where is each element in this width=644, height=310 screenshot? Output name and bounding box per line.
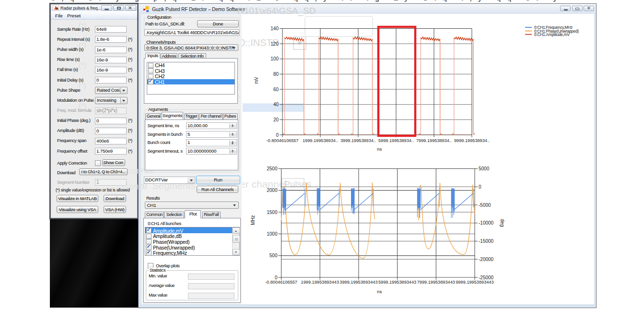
svg-text:-15000: -15000 [479,238,494,244]
svg-text:1999.19953893443: 1999.19953893443 [301,280,339,285]
svg-text:-0.80046106557: -0.80046106557 [267,138,299,143]
svg-text:ns: ns [377,146,382,152]
svg-text:0: 0 [479,184,481,190]
svg-text:9999.19953893443: 9999.19953893443 [456,280,493,285]
svg-text:0:CH1:Amplitude,mV: 0:CH1:Amplitude,mV [534,32,570,37]
svg-text:-0.80046106557: -0.80046106557 [265,280,297,285]
svg-text:3999.199538934..: 3999.199538934.. [340,138,376,143]
svg-text:500: 500 [269,253,278,258]
svg-text:0: 0 [276,132,279,138]
svg-text:5999.199538934..: 5999.199538934.. [378,138,414,143]
svg-text:-10000: -10000 [479,220,494,226]
svg-text:60: 60 [273,87,279,92]
svg-text:1500: 1500 [267,210,278,215]
svg-text:2000: 2000 [267,188,278,193]
svg-text:40: 40 [273,102,279,107]
svg-text:deg: deg [500,219,505,227]
svg-text:7999.199538934..: 7999.199538934.. [416,138,452,143]
svg-text:7999.19953893443: 7999.19953893443 [417,280,455,285]
svg-text:140: 140 [270,26,279,31]
svg-text:1999.199538934..: 1999.199538934.. [303,138,338,143]
svg-text:MHz: MHz [250,215,256,225]
svg-text:80: 80 [273,72,279,77]
svg-text:er channel: er channel [242,179,287,190]
svg-text:-20000: -20000 [479,257,494,262]
svg-text:3999.19953893443: 3999.19953893443 [340,280,377,285]
svg-text:-5000: -5000 [479,203,491,208]
svg-text:120: 120 [270,41,279,47]
svg-text:9999.199538934..: 9999.199538934.. [454,138,490,143]
svg-text:5000: 5000 [479,166,490,171]
svg-text:Pulses: Pulses [284,179,311,189]
svg-text:100: 100 [270,56,279,61]
svg-text:ns: ns [377,289,382,294]
svg-text:20: 20 [273,117,279,122]
svg-text:mV: mV [254,77,259,84]
svg-text:0: 0 [275,275,278,280]
svg-text:-25000: -25000 [479,275,494,280]
svg-text:5999.19953893443: 5999.19953893443 [378,280,416,285]
svg-text:1000: 1000 [267,231,278,237]
svg-text:2500: 2500 [267,166,278,171]
